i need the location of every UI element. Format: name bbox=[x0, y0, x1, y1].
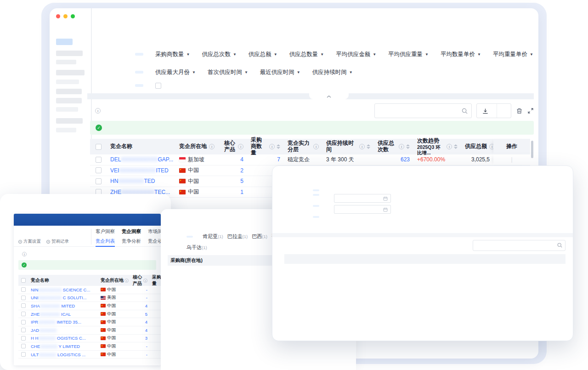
supply-times-link[interactable]: 623 bbox=[401, 156, 410, 163]
filter-dropdown[interactable]: 供应总数量▼ bbox=[289, 51, 324, 58]
filter-chip-all[interactable] bbox=[135, 71, 143, 74]
filter-dropdown[interactable]: 最近供应时间▼ bbox=[260, 68, 300, 76]
core-products-count[interactable]: 5 bbox=[145, 312, 147, 317]
sidebar-item[interactable] bbox=[56, 51, 83, 56]
filter-dropdown[interactable]: 采购商数量▼ bbox=[155, 51, 190, 58]
destination-option[interactable]: 巴拉圭(1) bbox=[227, 233, 248, 240]
filter-dropdown[interactable]: 供应最大月份▼ bbox=[155, 68, 196, 76]
collapse-filters-button[interactable] bbox=[309, 93, 349, 99]
fullscreen-icon[interactable] bbox=[527, 108, 534, 114]
core-products-count[interactable]: - bbox=[146, 352, 147, 357]
destination-option[interactable]: 乌干达(1) bbox=[187, 244, 207, 251]
sidebar-item[interactable] bbox=[56, 70, 85, 75]
core-products-count[interactable]: 2 bbox=[240, 167, 243, 174]
delete-icon[interactable] bbox=[516, 108, 523, 114]
sidebar-item[interactable] bbox=[56, 60, 76, 64]
row-checkbox[interactable] bbox=[21, 344, 26, 348]
menu-item[interactable]: 方案设置 bbox=[18, 239, 41, 245]
competitor-name-link[interactable]: ULTXXXXXX LOGISTICS ... bbox=[31, 352, 85, 357]
competitor-name-link[interactable]: H HXXXXXX OGISTICS C... bbox=[31, 336, 86, 341]
select-all-checkbox[interactable] bbox=[96, 144, 102, 150]
filter-logistics-checkbox[interactable] bbox=[155, 83, 164, 89]
row-checkbox[interactable] bbox=[21, 296, 26, 300]
core-products-count[interactable]: 4 bbox=[240, 156, 243, 163]
core-products-count[interactable]: - bbox=[146, 344, 147, 349]
sidebar-item[interactable] bbox=[56, 98, 82, 103]
core-products-count[interactable]: 4 bbox=[145, 319, 147, 324]
checkbox-icon[interactable] bbox=[155, 83, 161, 89]
search-icon[interactable] bbox=[557, 243, 562, 249]
row-checkbox[interactable] bbox=[96, 157, 102, 163]
core-products-count[interactable]: - bbox=[146, 287, 147, 292]
filter-dropdown[interactable]: 首次供应时间▼ bbox=[208, 68, 248, 76]
row-checkbox[interactable] bbox=[96, 167, 102, 173]
sort-icon[interactable] bbox=[367, 144, 370, 149]
filter-dropdown[interactable]: 供应总额▼ bbox=[249, 51, 277, 58]
date-range-input[interactable] bbox=[334, 194, 391, 203]
table-row[interactable]: ULTXXXXXX LOGISTICS ... 中国 - bbox=[18, 351, 161, 359]
row-checkbox[interactable] bbox=[21, 312, 26, 316]
row-checkbox[interactable] bbox=[21, 287, 26, 292]
filter-chip-all[interactable] bbox=[187, 236, 193, 238]
competitor-name-link[interactable]: SHAXXXXXXX MITED bbox=[31, 303, 75, 308]
filter-dropdown[interactable]: 供应总次数▼ bbox=[202, 51, 236, 58]
filter-dropdown[interactable]: 平均重量单价▼ bbox=[493, 51, 533, 58]
menu-item[interactable]: 贸易记录 bbox=[46, 239, 69, 245]
tab[interactable]: 竞企洞察 bbox=[122, 228, 141, 235]
filter-chip-all[interactable] bbox=[135, 53, 143, 56]
filter-chip-all[interactable] bbox=[313, 189, 319, 191]
core-products-count[interactable]: 4 bbox=[145, 303, 147, 308]
tab[interactable]: 客户洞察 bbox=[96, 228, 115, 235]
buyers-count[interactable]: 7 bbox=[277, 156, 280, 163]
row-checkbox[interactable] bbox=[21, 320, 26, 324]
competitor-name-link[interactable]: IPRXXXXXX IMITED 35... bbox=[31, 319, 81, 324]
sidebar-item[interactable] bbox=[56, 80, 79, 84]
sort-icon[interactable] bbox=[454, 144, 458, 149]
core-products-count[interactable]: 3 bbox=[145, 336, 147, 341]
filter-dropdown[interactable]: 供应持续时间▼ bbox=[312, 68, 353, 76]
row-checkbox[interactable] bbox=[96, 178, 102, 184]
competitor-name-link[interactable]: JADXXXXXX bbox=[31, 328, 57, 333]
competitor-name-link[interactable]: VEIXXXXXXXXXXITED bbox=[110, 167, 169, 174]
table-row[interactable]: ZHEXXXXXXX ICAL 中国 5 bbox=[18, 310, 161, 319]
sidebar-item[interactable] bbox=[56, 128, 76, 132]
filter-chip-all[interactable] bbox=[313, 194, 319, 196]
sidebar-item-active[interactable] bbox=[56, 39, 73, 45]
subtab[interactable]: 竞企动态 bbox=[148, 238, 161, 247]
subtab[interactable]: 竞争分析 bbox=[122, 238, 141, 247]
subtab[interactable]: 竞企列表 bbox=[96, 238, 115, 247]
table-row[interactable]: NINXXXXXXXX SCIENCE C... 中国 - bbox=[18, 286, 161, 294]
core-products-count[interactable]: 5 bbox=[240, 178, 243, 184]
table-row[interactable]: DELXXXXXXXXXXGAP... 新加坡 4 7 稳定竞企 3 年 300… bbox=[90, 154, 530, 165]
filter-chip-all[interactable] bbox=[313, 205, 319, 207]
competitor-name-link[interactable]: DELXXXXXXXXXXGAP... bbox=[110, 156, 173, 163]
competitor-name-link[interactable]: UNIXXXXXXXX C SOLUTI... bbox=[31, 295, 86, 300]
row-checkbox[interactable] bbox=[21, 328, 26, 332]
core-products-count[interactable]: - bbox=[146, 295, 147, 300]
filter-dropdown[interactable]: 平均供应重量▼ bbox=[388, 51, 429, 58]
table-row[interactable]: SHAXXXXXXX MITED 中国 4 bbox=[18, 302, 161, 310]
competitor-name-link[interactable]: CHEXXXXXX Y LIMITED bbox=[31, 344, 80, 349]
table-row[interactable]: CHEXXXXXX Y LIMITED 中国 - bbox=[18, 342, 161, 351]
sidebar-item[interactable] bbox=[56, 107, 78, 112]
filter-dropdown[interactable]: 平均供应金额▼ bbox=[336, 51, 376, 58]
sidebar-item[interactable] bbox=[56, 89, 82, 94]
competitor-search-input[interactable] bbox=[374, 103, 472, 118]
destination-option[interactable]: 肯尼亚(1) bbox=[203, 233, 223, 240]
competitor-name-link[interactable]: HNXXXXXXXTED bbox=[110, 178, 155, 184]
destination-option[interactable]: 巴西(1) bbox=[252, 233, 267, 240]
sort-icon[interactable] bbox=[277, 144, 280, 149]
sidebar-item[interactable] bbox=[56, 118, 83, 124]
download-button[interactable] bbox=[477, 104, 497, 118]
core-products-count[interactable]: 1 bbox=[240, 189, 243, 195]
table-row[interactable]: IPRXXXXXX IMITED 35... 中国 4 bbox=[18, 318, 161, 326]
search-icon[interactable] bbox=[462, 108, 468, 116]
monitor-search-input[interactable] bbox=[473, 240, 565, 251]
table-row[interactable]: JADXXXXXX 中国 4 bbox=[18, 326, 161, 335]
date-range-input[interactable] bbox=[334, 205, 391, 214]
filter-chip-all[interactable] bbox=[135, 84, 143, 87]
select-all-checkbox[interactable] bbox=[21, 278, 26, 283]
competitor-name-link[interactable]: NINXXXXXXXX SCIENCE C... bbox=[31, 287, 90, 292]
table-row[interactable]: UNIXXXXXXXX C SOLUTI... 美国 - bbox=[18, 294, 161, 302]
row-checkbox[interactable] bbox=[21, 303, 26, 308]
